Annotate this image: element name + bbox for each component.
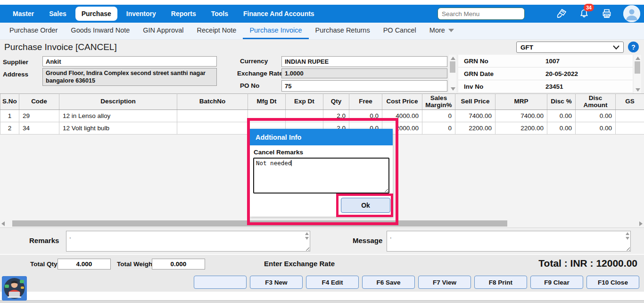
cell-sales-margin: 0 [422,122,455,135]
col-mfg-dt[interactable]: Mfg Dt [248,94,286,110]
top-navigation-bar: Master Sales Purchase Inventory Reports … [0,5,644,23]
cell-disc-amount: 0.00 [576,122,616,135]
cancel-remarks-text: Not needed [256,160,291,167]
scroll-up-arrow-icon[interactable] [626,232,629,235]
ok-button[interactable]: Ok [341,198,390,213]
inv-no-label: Inv No [458,83,545,90]
grn-no-value: 1007 [545,58,560,65]
col-code[interactable]: Code [19,94,59,110]
grand-total: Total : INR : 12000.00 [538,258,637,269]
printer-icon [601,8,612,19]
address-field: Ground Floor, Indira Complex second stre… [42,68,217,86]
subnav-po-cancel[interactable]: PO Cancel [377,23,423,39]
cell-mrp: 2200.00 [495,122,547,135]
f7-view-button[interactable]: F7 View [418,276,471,289]
grn-date-label: GRN Date [458,70,545,77]
nav-purchase[interactable]: Purchase [75,7,117,21]
help-button[interactable]: ? [628,42,639,52]
nav-master[interactable]: Master [7,7,40,21]
subnav-purchase-order[interactable]: Purchase Order [3,23,64,39]
col-sales-margin[interactable]: Sales Margin% [422,94,455,110]
col-qty[interactable]: Qty [323,94,349,110]
f6-save-button[interactable]: F6 Save [362,276,415,289]
resize-grip-icon[interactable] [383,187,388,192]
nav-reports[interactable]: Reports [165,7,202,21]
scroll-down-arrow-icon[interactable] [451,87,455,91]
supplier-field[interactable]: Ankit [42,56,217,67]
supplier-label: Supplier [3,59,28,66]
scroll-left-arrow-icon[interactable] [1,221,5,226]
form-scrollbar[interactable] [449,55,456,93]
print-button[interactable] [601,8,613,20]
subnav-receipt-note[interactable]: Receipt Note [190,23,243,39]
f9-clear-button[interactable]: F9 Clear [530,276,583,289]
f4-edit-button[interactable]: F4 Edit [306,276,359,289]
scrollbar-thumb[interactable] [635,61,640,74]
nav-finance-and-accounts[interactable]: Finance And Accounts [237,7,321,21]
resize-grip-icon[interactable] [305,246,309,251]
support-chat-widget[interactable] [2,276,27,301]
col-description[interactable]: Description [59,94,177,110]
subnav-goods-inward-note[interactable]: Goods Inward Note [64,23,136,39]
resize-grip-icon[interactable] [625,246,630,251]
scrollbar-thumb[interactable] [450,61,455,73]
col-exp-dt[interactable]: Exp Dt [286,94,323,110]
scroll-down-arrow-icon[interactable] [305,237,309,240]
remarks-text: . [69,233,71,240]
f3-new-button[interactable]: F3 New [250,276,303,289]
cancel-remarks-label: Cancel Remarks [254,149,303,156]
subnav-purchase-returns[interactable]: Purchase Returns [309,23,377,39]
cell-description: 12 in Lenso alloy [59,110,177,122]
company-select[interactable]: GFT [516,42,624,53]
currency-field[interactable]: INDIAN RUPEE [281,56,447,67]
col-gst[interactable]: GS [616,94,644,110]
nav-inventory[interactable]: Inventory [120,7,162,21]
col-cost-price[interactable]: Cost Price [382,94,422,110]
search-menu-input[interactable] [438,8,525,20]
exchange-rate-field: 1.0000 [281,68,447,78]
col-disc-pct[interactable]: Disc % [547,94,576,110]
col-sell-price[interactable]: Sell Price [455,94,495,110]
chevron-down-icon [448,29,454,32]
page-title: Purchase Invoice [CANCEL] [4,42,117,52]
remarks-label: Remarks [29,236,59,244]
scroll-up-arrow-icon[interactable] [451,57,455,60]
col-mrp[interactable]: MRP [495,94,547,110]
remarks-textarea[interactable]: . [66,231,310,252]
subnav-more[interactable]: More [423,23,461,39]
user-avatar[interactable] [623,5,640,22]
f8-print-button[interactable]: F8 Print [474,276,527,289]
nav-tools[interactable]: Tools [205,7,234,21]
subnav-purchase-invoice[interactable]: Purchase Invoice [243,23,308,39]
textarea-scroll-buttons[interactable] [626,232,629,240]
cancel-remarks-textarea[interactable]: Not needed [253,158,389,194]
scroll-up-arrow-icon[interactable] [636,57,640,60]
notifications-button[interactable]: 34 [578,8,590,20]
scroll-down-arrow-icon[interactable] [626,237,629,240]
po-no-field[interactable]: 75 [281,80,447,92]
col-sno[interactable]: S.No [0,94,19,110]
blank-button[interactable] [194,276,247,289]
subnav-gin-approval[interactable]: GIN Approval [136,23,190,39]
message-textarea[interactable]: . [387,231,631,252]
scroll-down-arrow-icon[interactable] [636,88,640,92]
nav-sales[interactable]: Sales [43,7,73,21]
col-batchno[interactable]: BatchNo [177,94,248,110]
scroll-right-arrow-icon[interactable] [639,221,643,226]
scrollbar-thumb[interactable] [12,220,507,227]
f10-close-button[interactable]: F10 Close [586,276,639,289]
theme-brush-icon[interactable] [555,8,568,20]
action-buttons-bar: F3 New F4 Edit F6 Save F7 View F8 Print … [0,273,644,292]
exchange-rate-label: Exchange Rate [237,70,283,77]
table-row[interactable]: 1 29 12 in Lenso alloy 2.0 0.0 4000.00 0… [0,110,644,122]
bottom-strip [0,300,644,303]
textarea-scroll-buttons[interactable] [305,232,309,240]
grn-date-value: 20-05-2022 [545,70,578,77]
scroll-up-arrow-icon[interactable] [305,232,309,235]
purchase-invoice-screen: Master Sales Purchase Inventory Reports … [0,0,644,303]
cell-cost-price: 4000.00 [382,110,422,122]
grid-horizontal-scrollbar[interactable] [0,220,644,227]
col-free[interactable]: Free [349,94,382,110]
info-panel-scrollbar[interactable] [634,55,641,93]
col-disc-amount[interactable]: Disc Amount [576,94,616,110]
